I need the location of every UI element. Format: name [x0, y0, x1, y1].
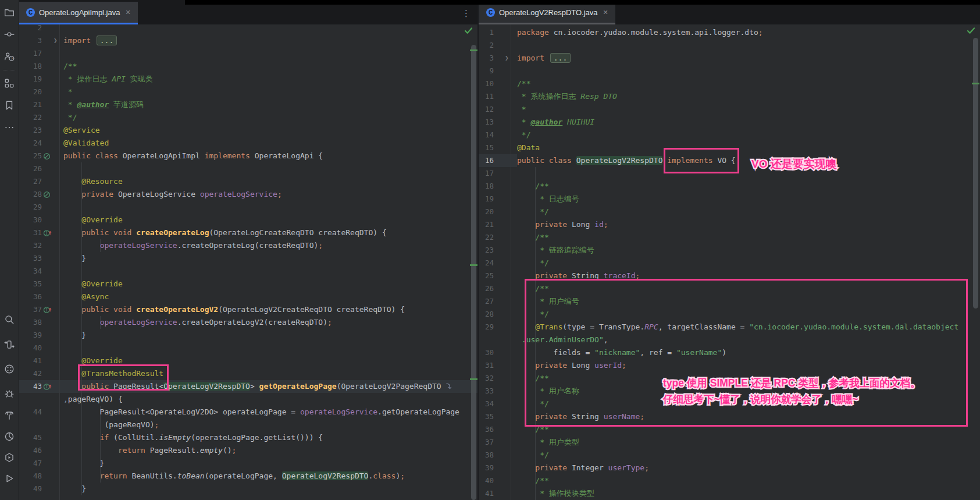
- code-line[interactable]: 22 */: [19, 111, 479, 124]
- commit-icon[interactable]: [4, 29, 15, 40]
- line-number[interactable]: 2: [479, 39, 494, 52]
- line-number[interactable]: 49: [19, 483, 42, 495]
- code-line[interactable]: 30 @Override: [19, 214, 479, 226]
- code-line[interactable]: 48 return BeanUtils.toBean(operateLogPag…: [19, 470, 479, 483]
- line-number[interactable]: 45: [19, 431, 42, 444]
- close-icon[interactable]: ✕: [125, 9, 130, 16]
- line-number[interactable]: 12: [479, 103, 494, 116]
- services-icon[interactable]: [4, 452, 15, 463]
- line-number[interactable]: 47: [19, 457, 42, 470]
- run-icon[interactable]: [4, 473, 15, 484]
- code-line[interactable]: 14 */: [479, 129, 980, 141]
- inspections-ok-icon[interactable]: [464, 26, 473, 34]
- line-number[interactable]: 17: [479, 167, 494, 180]
- line-number[interactable]: 16: [479, 154, 494, 167]
- tab-OperateLogApiImpl.java[interactable]: COperateLogApiImpl.java✕: [19, 2, 138, 24]
- code-line[interactable]: 24@Validated: [19, 137, 479, 150]
- line-number[interactable]: 9: [479, 65, 494, 77]
- code-line[interactable]: 2: [19, 24, 479, 34]
- code-line[interactable]: 25public class OperateLogApiImpl impleme…: [19, 150, 479, 162]
- line-number[interactable]: 23: [19, 124, 42, 137]
- code-editor[interactable]: 23❯import ...1718/**19 * 操作日志 API 实现类20 …: [19, 24, 479, 500]
- line-number[interactable]: 38: [479, 449, 494, 462]
- line-number[interactable]: 28: [479, 308, 494, 321]
- line-number[interactable]: 18: [479, 180, 494, 193]
- line-number[interactable]: 32: [479, 372, 494, 385]
- code-line[interactable]: (pageReqVO);: [19, 419, 479, 431]
- code-line[interactable]: 3❯import ...: [479, 52, 980, 65]
- code-line[interactable]: 21 * @author 芋道源码: [19, 98, 479, 111]
- line-number[interactable]: 42: [19, 367, 42, 380]
- code-line[interactable]: 44 PageResult<OperateLogV2DO> operateLog…: [19, 406, 479, 419]
- line-number[interactable]: 41: [19, 354, 42, 367]
- code-line[interactable]: 45 if (CollUtil.isEmpty(operateLogPage.g…: [19, 431, 479, 444]
- line-number[interactable]: 22: [19, 111, 42, 124]
- code-line[interactable]: 21 private Long id;: [479, 218, 980, 231]
- code-line[interactable]: 2: [479, 39, 980, 52]
- code-line[interactable]: 34: [19, 265, 479, 278]
- code-line[interactable]: 27 @Resource: [19, 175, 479, 188]
- line-number[interactable]: 10: [479, 77, 494, 90]
- line-number[interactable]: 36: [479, 423, 494, 436]
- problems-icon[interactable]: [4, 364, 15, 374]
- line-number[interactable]: 39: [19, 329, 42, 342]
- code-line[interactable]: 19 * 操作日志 API 实现类: [19, 73, 479, 86]
- line-number[interactable]: 31: [19, 226, 42, 239]
- line-number[interactable]: 44: [19, 406, 42, 419]
- line-number[interactable]: 37: [479, 436, 494, 449]
- line-number[interactable]: 26: [19, 162, 42, 175]
- line-number[interactable]: 31: [479, 359, 494, 372]
- code-line[interactable]: 26: [19, 162, 479, 175]
- build-icon[interactable]: [4, 410, 15, 421]
- line-number[interactable]: 21: [479, 218, 494, 231]
- code-line[interactable]: 23 * 链路追踪编号: [479, 244, 980, 257]
- code-line[interactable]: 31I public void createOperateLog(Operate…: [19, 226, 479, 239]
- line-number[interactable]: 30: [479, 346, 494, 359]
- code-line[interactable]: 17: [19, 47, 479, 60]
- structure-icon[interactable]: [4, 78, 15, 88]
- scrollbar-thumb[interactable]: [973, 38, 978, 308]
- line-number[interactable]: 29: [19, 201, 42, 214]
- code-line[interactable]: 28 private OperateLogService operateLogS…: [19, 188, 479, 201]
- code-line[interactable]: 35 @Override: [19, 278, 479, 290]
- bookmarks-icon[interactable]: [4, 100, 15, 111]
- line-number[interactable]: 30: [19, 214, 42, 226]
- line-number[interactable]: 20: [479, 205, 494, 218]
- project-folder-icon[interactable]: [4, 7, 15, 17]
- line-number[interactable]: 25: [479, 269, 494, 282]
- line-number[interactable]: 27: [479, 295, 494, 308]
- code-line[interactable]: 23@Service: [19, 124, 479, 137]
- code-line[interactable]: 33 }: [19, 252, 479, 265]
- line-number[interactable]: 19: [479, 193, 494, 205]
- code-line[interactable]: 38 operateLogService.createOperateLogV2(…: [19, 316, 479, 329]
- line-number[interactable]: 20: [19, 86, 42, 98]
- line-number[interactable]: 46: [19, 444, 42, 457]
- more-options-icon[interactable]: ⋮: [462, 8, 471, 19]
- line-number[interactable]: 37: [19, 303, 42, 316]
- line-number[interactable]: 3: [479, 52, 494, 65]
- line-number[interactable]: 40: [19, 342, 42, 354]
- code-line[interactable]: 13 * @author HUIHUI: [479, 116, 980, 129]
- line-number[interactable]: 43: [19, 380, 42, 393]
- code-line[interactable]: 32 operateLogService.createOperateLog(cr…: [19, 239, 479, 252]
- inspections-ok-icon[interactable]: [967, 26, 975, 34]
- code-line[interactable]: 40 /**: [479, 474, 980, 487]
- code-line[interactable]: 22 /**: [479, 231, 980, 244]
- line-number[interactable]: 34: [479, 398, 494, 410]
- search-icon[interactable]: [4, 314, 15, 325]
- line-number[interactable]: 24: [19, 137, 42, 150]
- line-number[interactable]: 39: [479, 462, 494, 474]
- close-icon[interactable]: ✕: [603, 9, 608, 16]
- line-number[interactable]: 19: [19, 73, 42, 86]
- code-line[interactable]: 1package cn.iocoder.yudao.module.system.…: [479, 26, 980, 39]
- line-number[interactable]: 36: [19, 290, 42, 303]
- code-line[interactable]: 36 @Async: [19, 290, 479, 303]
- code-line[interactable]: 46 return PageResult.empty();: [19, 444, 479, 457]
- code-line[interactable]: 18 /**: [479, 180, 980, 193]
- line-number[interactable]: 14: [479, 129, 494, 141]
- line-number[interactable]: 32: [19, 239, 42, 252]
- code-line[interactable]: 29: [19, 201, 479, 214]
- line-number[interactable]: 21: [19, 98, 42, 111]
- line-number[interactable]: 23: [479, 244, 494, 257]
- profiler-icon[interactable]: [4, 431, 15, 442]
